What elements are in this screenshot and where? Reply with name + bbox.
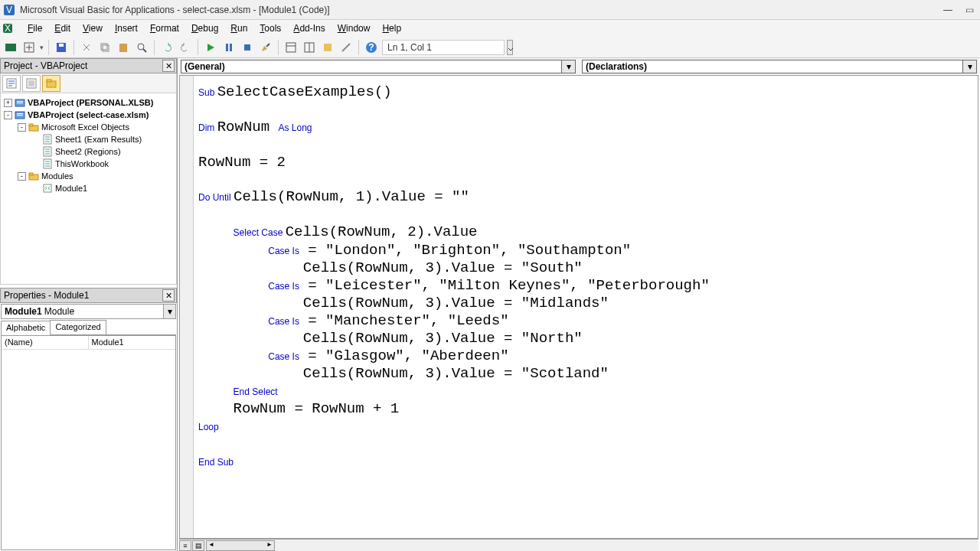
- break-button[interactable]: [221, 40, 237, 55]
- svg-rect-27: [324, 44, 332, 51]
- folder-icon: [28, 122, 39, 132]
- toolbar-overflow[interactable]: [507, 40, 513, 55]
- menu-format[interactable]: Format: [144, 21, 185, 35]
- tree-node[interactable]: -VBAProject (select-case.xlsm): [2, 109, 175, 121]
- tree-node[interactable]: -Microsoft Excel Objects: [2, 121, 175, 133]
- tree-toggle[interactable]: +: [4, 99, 12, 107]
- run-button[interactable]: [203, 40, 218, 55]
- undo-button[interactable]: [159, 40, 175, 55]
- chevron-down-icon: ▾: [561, 60, 575, 73]
- toolbar: ▾ ? Ln 1, Col 1: [0, 37, 980, 58]
- tab-categorized[interactable]: Categorized: [50, 320, 106, 334]
- tree-node[interactable]: +VBAProject (PERSONAL.XLSB): [2, 96, 175, 109]
- view-object-button[interactable]: [22, 75, 41, 92]
- save-button[interactable]: [54, 40, 69, 55]
- svg-rect-12: [101, 44, 107, 50]
- tree-label: Sheet2 (Regions): [55, 147, 121, 156]
- menu-insert[interactable]: Insert: [109, 21, 144, 35]
- sheet-icon: [42, 134, 53, 145]
- code-editor[interactable]: Sub SelectCaseExamples() Dim RowNum As L…: [179, 75, 978, 539]
- vba-app-icon: V: [3, 4, 15, 16]
- menu-file[interactable]: File: [21, 21, 48, 35]
- svg-line-22: [266, 44, 270, 47]
- toolbox-button[interactable]: [338, 40, 354, 55]
- object-scope-dropdown[interactable]: (General) ▾: [181, 60, 576, 73]
- properties-object-type: Module: [44, 306, 74, 317]
- project-icon: [15, 109, 25, 120]
- procedure-scope-dropdown[interactable]: (Declarations) ▾: [582, 60, 977, 73]
- svg-rect-61: [44, 184, 51, 192]
- project-explorer-button[interactable]: [283, 40, 299, 55]
- help-button[interactable]: ?: [364, 40, 379, 55]
- code-footer: ≡ ▤: [179, 539, 978, 551]
- svg-rect-19: [230, 44, 232, 51]
- tree-node[interactable]: Sheet1 (Exam Results): [2, 133, 175, 145]
- tree-toggle[interactable]: -: [18, 123, 26, 132]
- svg-rect-41: [17, 103, 23, 103]
- properties-panel-close-button[interactable]: ✕: [162, 289, 175, 302]
- maximize-button[interactable]: ▭: [962, 4, 977, 16]
- project-panel-close-button[interactable]: ✕: [162, 60, 175, 72]
- svg-rect-13: [103, 45, 109, 51]
- svg-rect-40: [17, 101, 23, 102]
- menu-debug[interactable]: Debug: [185, 21, 224, 35]
- project-panel-title: Project - VBAProject: [4, 60, 87, 71]
- svg-rect-46: [29, 124, 33, 126]
- menu-run[interactable]: Run: [224, 21, 253, 35]
- svg-line-16: [143, 49, 146, 52]
- property-row[interactable]: (Name)Module1: [2, 336, 175, 350]
- svg-text:?: ?: [368, 42, 374, 53]
- project-icon: [15, 97, 25, 108]
- view-excel-button[interactable]: [3, 40, 18, 55]
- tree-toggle[interactable]: -: [18, 172, 26, 181]
- svg-rect-9: [59, 44, 64, 47]
- menu-edit[interactable]: Edit: [48, 21, 77, 35]
- property-value[interactable]: Module1: [89, 336, 176, 349]
- tab-alphabetic[interactable]: Alphabetic: [1, 321, 51, 335]
- project-panel-header: Project - VBAProject ✕: [0, 58, 177, 73]
- svg-text:V: V: [6, 5, 12, 15]
- svg-text:X: X: [5, 23, 11, 34]
- object-browser-button[interactable]: [320, 40, 335, 55]
- cut-button[interactable]: [79, 40, 94, 55]
- menu-add-ins[interactable]: Add-Ins: [287, 21, 331, 35]
- titlebar: V Microsoft Visual Basic for Application…: [0, 0, 980, 20]
- tree-node[interactable]: Module1: [2, 182, 175, 194]
- tree-toggle[interactable]: -: [4, 111, 12, 119]
- reset-button[interactable]: [240, 40, 255, 55]
- properties-object-selector[interactable]: Module1 Module ▾: [1, 304, 176, 319]
- minimize-button[interactable]: —: [940, 4, 956, 16]
- excel-icon: X: [3, 22, 15, 34]
- svg-marker-21: [262, 46, 267, 51]
- svg-rect-20: [244, 44, 250, 51]
- tree-node[interactable]: ThisWorkbook: [2, 158, 175, 170]
- menu-help[interactable]: Help: [376, 21, 407, 35]
- view-code-button[interactable]: [2, 75, 21, 92]
- properties-grid[interactable]: (Name)Module1: [1, 335, 176, 550]
- menu-view[interactable]: View: [77, 21, 109, 35]
- redo-button[interactable]: [178, 40, 193, 55]
- tree-node[interactable]: Sheet2 (Regions): [2, 145, 175, 158]
- paste-button[interactable]: [116, 40, 131, 55]
- menu-window[interactable]: Window: [332, 21, 377, 35]
- procedure-view-button[interactable]: ≡: [179, 540, 191, 551]
- folder-icon: [28, 171, 39, 181]
- insert-menu-button[interactable]: [21, 40, 37, 55]
- toggle-folders-button[interactable]: [42, 75, 60, 92]
- menu-tools[interactable]: Tools: [253, 21, 287, 35]
- full-module-view-button[interactable]: ▤: [192, 540, 204, 551]
- code-text[interactable]: Sub SelectCaseExamples() Dim RowNum As L…: [194, 76, 978, 538]
- project-tree[interactable]: +VBAProject (PERSONAL.XLSB)-VBAProject (…: [0, 93, 177, 285]
- svg-rect-18: [226, 44, 228, 51]
- svg-rect-4: [5, 44, 16, 51]
- find-button[interactable]: [134, 40, 149, 55]
- tree-node[interactable]: -Modules: [2, 170, 175, 182]
- copy-button[interactable]: [97, 40, 113, 55]
- horizontal-scrollbar[interactable]: [206, 540, 275, 551]
- properties-window-button[interactable]: [302, 40, 317, 55]
- design-mode-button[interactable]: [258, 40, 273, 55]
- sheet-icon: [42, 158, 53, 169]
- tree-label: Modules: [41, 171, 74, 181]
- code-margin: [180, 76, 194, 538]
- chevron-down-icon: ▾: [962, 60, 976, 73]
